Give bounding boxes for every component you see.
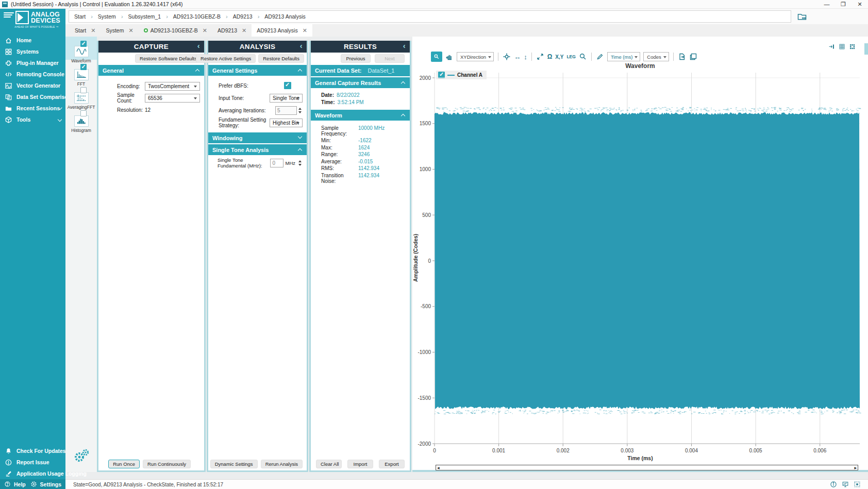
breadcrumb-chip[interactable]: AD9213: [233, 13, 253, 20]
fundamental-strategy-dropdown[interactable]: Highest Bin: [270, 119, 303, 127]
xy-readout-button[interactable]: X,Y: [555, 54, 563, 60]
close-button[interactable]: ✕: [852, 1, 868, 8]
single-tone-analysis-section-header[interactable]: Single Tone Analysis: [208, 144, 307, 155]
scroll-left-icon[interactable]: ◀: [437, 466, 440, 469]
layout-icon[interactable]: [854, 481, 861, 488]
rail-item-waveform[interactable]: Waveform: [65, 37, 97, 60]
single-tone-fundamental-input[interactable]: [270, 159, 283, 167]
histogram-checkbox[interactable]: [80, 110, 87, 116]
clear-all-button[interactable]: Clear All: [316, 460, 342, 468]
collapse-panel-icon[interactable]: ‹: [300, 41, 303, 50]
restore-defaults-button[interactable]: Restore Defaults: [258, 54, 304, 63]
waveform-plot[interactable]: 2000150010005000-500-1000-1500-200000.00…: [412, 70, 868, 453]
monitor-icon[interactable]: [842, 481, 849, 488]
averaging-iterations-stepper[interactable]: [297, 106, 303, 115]
import-button[interactable]: Import: [347, 460, 373, 468]
plugin-settings-gears-icon[interactable]: [73, 448, 90, 463]
dynamic-settings-button[interactable]: Dynamic Settings: [210, 460, 258, 468]
collapse-panel-icon[interactable]: ‹: [403, 41, 406, 50]
tab-board[interactable]: AD9213-10GEBZ-B ✕: [139, 24, 212, 37]
persistence-omega-icon[interactable]: Ω: [547, 53, 553, 60]
export-button[interactable]: Export: [379, 460, 405, 468]
restore-button[interactable]: ❐: [835, 1, 852, 8]
export-data-icon[interactable]: [678, 53, 686, 61]
fit-expand-icon[interactable]: [536, 53, 544, 61]
pan-hand-icon[interactable]: [445, 53, 454, 61]
breadcrumb-system[interactable]: System: [98, 13, 116, 20]
menu-icon[interactable]: [4, 11, 14, 20]
sidebar-item-systems[interactable]: Systems: [0, 46, 65, 57]
magnifier-icon[interactable]: [579, 53, 587, 61]
rerun-analysis-button[interactable]: Rerun Analysis: [261, 460, 303, 468]
tab-close-icon[interactable]: ✕: [128, 27, 133, 34]
sample-count-dropdown[interactable]: 65536: [145, 94, 200, 103]
breadcrumb-start[interactable]: Start: [74, 13, 86, 20]
panel-expander-handle[interactable]: [864, 43, 868, 55]
rail-item-histogram[interactable]: Histogram: [65, 106, 97, 129]
sidebar-item-home[interactable]: Home: [0, 35, 65, 46]
help-button[interactable]: Help: [14, 481, 26, 487]
minimize-button[interactable]: —: [819, 1, 835, 8]
sidebar-item-application-usage-logging[interactable]: Application Usage Logging: [0, 468, 65, 479]
collapse-panel-icon[interactable]: ‹: [197, 41, 200, 50]
pencil-icon[interactable]: [596, 53, 604, 61]
tab-close-icon[interactable]: ✕: [303, 27, 307, 34]
dashboard-icon[interactable]: [849, 43, 856, 50]
horizontal-scrollbar[interactable]: ◀ ▶: [436, 465, 858, 470]
table-icon[interactable]: [839, 43, 845, 50]
snapshot-icon[interactable]: [689, 53, 697, 61]
open-session-icon[interactable]: [797, 11, 807, 22]
input-tone-dropdown[interactable]: Single Tone: [270, 94, 303, 103]
rail-item-fft[interactable]: FFT: [65, 60, 97, 83]
horizontal-arrows-icon[interactable]: ↔: [514, 53, 521, 61]
zoom-select-tool-button[interactable]: [431, 52, 442, 62]
x-units-dropdown[interactable]: Time (ms): [607, 52, 640, 61]
waveform-checkbox[interactable]: [80, 41, 87, 47]
tab-close-icon[interactable]: ✕: [91, 27, 95, 34]
tab-system[interactable]: System ✕: [101, 24, 138, 37]
sidebar-item-report-issue[interactable]: Report Issue: [0, 457, 65, 468]
settings-button[interactable]: Settings: [40, 481, 61, 487]
tab-start[interactable]: Start ✕: [70, 24, 101, 37]
sidebar-item-tools[interactable]: Tools: [0, 114, 65, 125]
sidebar-item-data-set-comparison[interactable]: Data Set Comparison: [0, 91, 65, 103]
legend-toggle-button[interactable]: LEG: [566, 54, 575, 59]
waveform-results-section-header[interactable]: Waveform: [311, 110, 410, 121]
averagingfft-checkbox[interactable]: [80, 87, 87, 93]
tab-analysis[interactable]: AD9213 Analysis ✕: [252, 24, 312, 37]
sidebar-item-vector-generator[interactable]: Vector Generator: [0, 80, 65, 91]
restore-software-defaults-button[interactable]: Restore Software Defaults: [135, 54, 202, 63]
run-once-button[interactable]: Run Once: [108, 460, 140, 468]
breadcrumb-board[interactable]: AD9213-10GEBZ-B: [173, 13, 221, 20]
capture-general-section-header[interactable]: General: [98, 65, 204, 76]
previous-button[interactable]: Previous: [341, 54, 371, 63]
scroll-right-icon[interactable]: ▶: [854, 466, 857, 469]
prefer-dbfs-checkbox[interactable]: [284, 82, 291, 89]
tab-close-icon[interactable]: ✕: [242, 27, 246, 34]
general-capture-results-section-header[interactable]: General Capture Results: [311, 77, 410, 88]
windowing-section-header[interactable]: Windowing: [208, 132, 307, 143]
xydirection-dropdown[interactable]: XYDirection: [457, 52, 494, 61]
tab-close-icon[interactable]: ✕: [203, 27, 207, 34]
sidebar-item-check-for-updates[interactable]: Check For Updates: [0, 445, 65, 457]
dock-icon[interactable]: [828, 43, 835, 50]
sidebar-item-remoting-console[interactable]: Remoting Console: [0, 69, 65, 80]
next-button[interactable]: Next: [375, 54, 405, 63]
rail-item-averagingfft[interactable]: AveragingFFT: [65, 83, 97, 106]
general-settings-section-header[interactable]: General Settings: [208, 65, 307, 76]
y-units-dropdown[interactable]: Codes: [643, 52, 669, 61]
single-tone-fundamental-stepper[interactable]: [297, 159, 303, 167]
breadcrumb-analysis[interactable]: AD9213 Analysis: [264, 13, 305, 20]
fft-checkbox[interactable]: [80, 64, 87, 70]
averaging-iterations-input[interactable]: [275, 106, 297, 115]
restore-active-settings-button[interactable]: Restore Active Settings: [196, 54, 256, 63]
breadcrumb-subsystem[interactable]: Subsystem_1: [128, 13, 161, 20]
run-continuously-button[interactable]: Run Continuously: [143, 460, 191, 468]
vertical-arrows-icon[interactable]: ↕: [524, 53, 527, 61]
crosshair-icon[interactable]: [503, 53, 511, 61]
sidebar-item-recent-sessions[interactable]: Recent Sessions: [0, 103, 65, 114]
encoding-dropdown[interactable]: TwosComplement: [145, 82, 200, 91]
sidebar-item-plugin-manager[interactable]: Plug-in Manager: [0, 57, 65, 69]
info-icon[interactable]: [830, 481, 837, 488]
tab-chip[interactable]: AD9213 ✕: [212, 24, 252, 37]
